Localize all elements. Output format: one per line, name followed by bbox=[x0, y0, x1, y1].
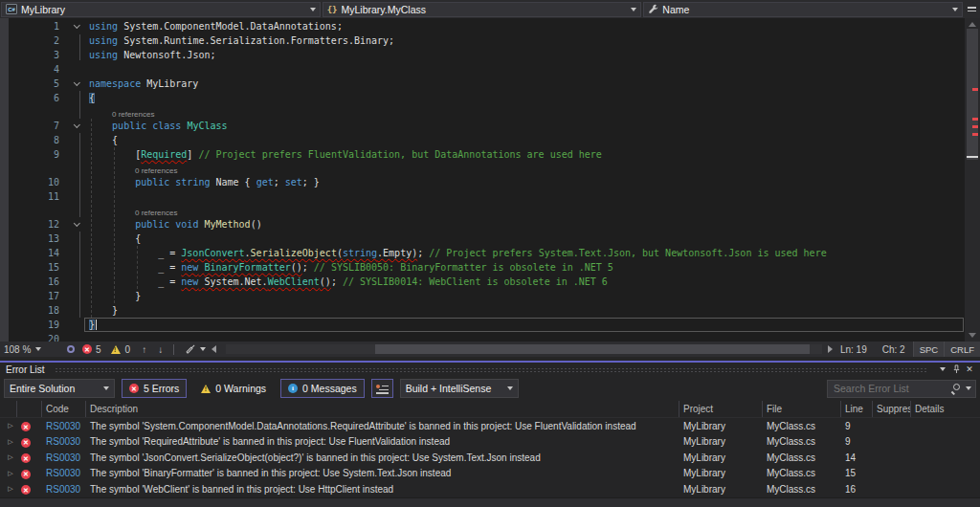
code-line[interactable]: 14 _ = JsonConvert.SerializeObject(strin… bbox=[0, 246, 980, 260]
editor-horizontal-scrollbar[interactable] bbox=[226, 344, 822, 354]
error-code-cell[interactable]: RS0030 bbox=[42, 484, 86, 495]
error-indicator-icon[interactable]: ✕ bbox=[82, 344, 92, 354]
next-issue-arrow-icon[interactable]: ↓ bbox=[158, 344, 163, 355]
search-icon[interactable] bbox=[951, 384, 961, 393]
code-line[interactable]: 6{ bbox=[0, 91, 980, 105]
code-line[interactable]: 20 bbox=[0, 332, 980, 342]
code-editor[interactable]: 1using System.ComponentModel.DataAnnotat… bbox=[0, 18, 980, 342]
line-ending-toggle[interactable]: CRLF bbox=[944, 342, 980, 357]
member-dropdown[interactable]: Name bbox=[643, 2, 963, 17]
type-dropdown[interactable]: {} MyLibrary.MyClass bbox=[323, 2, 642, 17]
error-mark[interactable] bbox=[972, 133, 978, 136]
pin-icon[interactable] bbox=[949, 364, 963, 374]
header-project[interactable]: Project bbox=[679, 401, 763, 417]
code-line[interactable]: 15 _ = new BinaryFormatter(); // SYSLIB0… bbox=[0, 260, 980, 275]
code-line[interactable]: 5namespace MyLibrary bbox=[0, 77, 980, 91]
previous-issue-arrow-icon[interactable]: ↑ bbox=[142, 344, 146, 355]
header-description[interactable]: Description bbox=[86, 401, 679, 417]
error-code-cell[interactable]: RS0030 bbox=[42, 421, 86, 431]
row-expander-icon[interactable]: ▷ bbox=[0, 453, 17, 461]
chevron-down-icon[interactable] bbox=[966, 386, 971, 390]
fold-margin[interactable] bbox=[59, 119, 89, 133]
code-line[interactable]: 9 [Required] // Project prefers FluentVa… bbox=[0, 147, 980, 162]
messages-filter-button[interactable]: i 0 Messages bbox=[280, 379, 365, 398]
row-expander-icon[interactable]: ▷ bbox=[0, 485, 17, 493]
row-expander-icon[interactable]: ▷ bbox=[0, 438, 17, 446]
close-icon[interactable]: ✕ bbox=[963, 364, 976, 374]
scroll-up-arrow-icon[interactable] bbox=[969, 22, 976, 27]
header-severity-column[interactable] bbox=[17, 401, 42, 417]
header-file[interactable]: File bbox=[763, 401, 841, 417]
row-expander-icon[interactable]: ▷ bbox=[0, 422, 17, 430]
code-line[interactable]: 10 public string Name { get; set; } bbox=[0, 175, 980, 189]
error-code-cell[interactable]: RS0030 bbox=[42, 452, 86, 463]
fold-chevron-icon[interactable] bbox=[74, 79, 80, 86]
errors-filter-button[interactable]: ✕ 5 Errors bbox=[122, 379, 187, 398]
scroll-right-arrow-icon[interactable] bbox=[828, 345, 833, 353]
errorlist-hscrollbar[interactable] bbox=[0, 497, 980, 507]
error-mark[interactable] bbox=[972, 125, 978, 128]
code-line[interactable]: 2using System.Runtime.Serialization.Form… bbox=[0, 33, 980, 48]
error-code-cell[interactable]: RS0030 bbox=[42, 468, 86, 478]
error-mark[interactable] bbox=[972, 88, 978, 91]
zoom-selector[interactable]: 108 % bbox=[4, 344, 61, 355]
error-description-cell: The symbol 'System.ComponentModel.DataAn… bbox=[86, 421, 679, 431]
scroll-left-arrow-icon[interactable] bbox=[212, 345, 216, 353]
source-dropdown[interactable]: Build + IntelliSense bbox=[400, 379, 519, 398]
filter-button[interactable] bbox=[371, 379, 393, 398]
code-line[interactable]: 12 public void MyMethod() bbox=[0, 217, 980, 231]
scrollbar-thumb[interactable] bbox=[967, 29, 978, 160]
code-line[interactable]: 1using System.ComponentModel.DataAnnotat… bbox=[0, 19, 980, 33]
header-details[interactable]: Details bbox=[911, 401, 980, 417]
fold-chevron-icon[interactable] bbox=[74, 22, 80, 29]
scrollbar-thumb[interactable] bbox=[375, 344, 811, 354]
code-line[interactable]: 18 } bbox=[0, 303, 980, 318]
line-number: 2 bbox=[10, 33, 59, 48]
code-line[interactable]: 3using Newtonsoft.Json; bbox=[0, 48, 980, 62]
fold-chevron-icon[interactable] bbox=[74, 220, 80, 227]
code-line[interactable]: 17 } bbox=[0, 289, 980, 303]
scope-dropdown[interactable]: Entire Solution bbox=[4, 379, 115, 398]
code-line[interactable]: 11 bbox=[0, 189, 980, 204]
code-line[interactable]: 7 public class MyClass bbox=[0, 119, 980, 133]
editor-vertical-scrollbar[interactable] bbox=[965, 18, 980, 342]
error-code-cell[interactable]: RS0030 bbox=[42, 436, 86, 447]
fold-margin bbox=[59, 246, 89, 260]
error-row[interactable]: ▷✕RS0030The symbol 'RequiredAttribute' i… bbox=[0, 434, 980, 451]
code-line[interactable]: 13 { bbox=[0, 231, 980, 246]
split-window-icon[interactable] bbox=[965, 2, 979, 17]
code-line[interactable]: 19} bbox=[0, 318, 980, 332]
statusbar-warning-count[interactable]: 0 bbox=[125, 344, 131, 355]
fold-chevron-icon[interactable] bbox=[74, 121, 80, 128]
header-code[interactable]: Code bbox=[42, 401, 86, 417]
warning-indicator-icon[interactable] bbox=[111, 345, 121, 354]
header-expander-column[interactable] bbox=[0, 401, 17, 417]
header-line[interactable]: Line bbox=[841, 401, 873, 417]
document-health-icon[interactable] bbox=[67, 345, 75, 353]
scroll-down-arrow-icon[interactable] bbox=[969, 333, 976, 338]
space-mode-toggle[interactable]: SPC bbox=[913, 342, 945, 357]
error-row[interactable]: ▷✕RS0030The symbol 'System.ComponentMode… bbox=[0, 418, 980, 434]
project-dropdown[interactable]: C# MyLibrary bbox=[1, 2, 321, 17]
error-mark[interactable] bbox=[972, 118, 978, 121]
row-expander-icon[interactable]: ▷ bbox=[0, 470, 17, 477]
fold-margin[interactable] bbox=[59, 19, 89, 33]
window-position-menu-icon[interactable] bbox=[936, 367, 949, 371]
error-row[interactable]: ▷✕RS0030The symbol 'BinaryFormatter' is … bbox=[0, 466, 980, 482]
statusbar-error-count[interactable]: 5 bbox=[96, 344, 101, 355]
code-line[interactable]: 16 _ = new System.Net.WebClient(); // SY… bbox=[0, 275, 980, 289]
fold-margin[interactable] bbox=[59, 77, 89, 91]
header-suppression[interactable]: Suppres bbox=[873, 401, 911, 417]
editor-status-bar: 108 % ✕ 5 0 ↑ ↓ Ln: 19 Ch: 2 SPC CRLF bbox=[0, 342, 980, 357]
code-cleanup-button[interactable] bbox=[185, 343, 206, 355]
error-row[interactable]: ▷✕RS0030The symbol 'WebClient' is banned… bbox=[0, 481, 980, 497]
error-icon: ✕ bbox=[21, 438, 31, 448]
fold-margin[interactable] bbox=[59, 217, 89, 231]
warnings-filter-button[interactable]: 0 Warnings bbox=[193, 379, 274, 398]
error-list-title-bar[interactable]: Error List ✕ bbox=[0, 363, 980, 376]
search-box[interactable] bbox=[827, 380, 976, 398]
error-row[interactable]: ▷✕RS0030The symbol 'JsonConvert.Serializ… bbox=[0, 450, 980, 466]
code-line[interactable]: 4 bbox=[0, 62, 980, 77]
search-input[interactable] bbox=[834, 383, 947, 394]
code-line[interactable]: 8 { bbox=[0, 133, 980, 147]
